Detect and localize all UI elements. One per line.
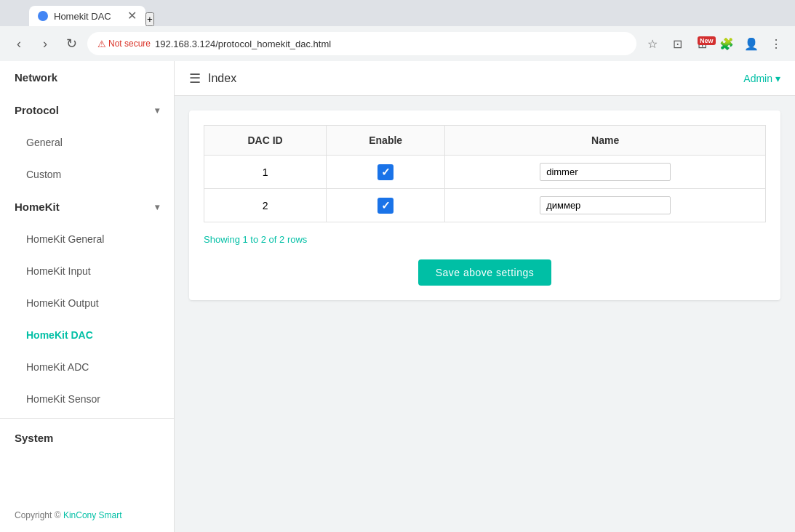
profile-button[interactable]: 👤: [741, 33, 762, 54]
copyright-text: Copyright ©: [15, 510, 63, 520]
name-input-1[interactable]: [540, 163, 671, 181]
sidebar-item-custom[interactable]: Custom: [0, 158, 174, 190]
sidebar-item-homekit-dac[interactable]: HomeKit DAC: [0, 319, 174, 351]
sidebar-item-homekit-input[interactable]: HomeKit Input: [0, 255, 174, 287]
not-secure-indicator: ⚠ Not secure: [97, 39, 151, 49]
active-tab[interactable]: Homekit DAC ✕: [29, 6, 145, 26]
puzzle-button[interactable]: 🧩: [716, 33, 737, 54]
sidebar-label-homekit-adc: HomeKit ADC: [26, 361, 89, 373]
refresh-button[interactable]: ↻: [61, 33, 81, 54]
sidebar: Network Protocol ▾ General Custom HomeKi…: [0, 61, 175, 532]
chevron-down-icon-homekit: ▾: [155, 202, 159, 212]
new-badge: New: [698, 36, 716, 45]
brand-name: KinCony Smart: [63, 510, 122, 520]
enable-cell-1[interactable]: [327, 156, 445, 189]
checkbox-2[interactable]: [377, 198, 393, 214]
dac-id-2: 2: [204, 189, 327, 222]
admin-button[interactable]: Admin ▾: [743, 73, 780, 84]
admin-label: Admin: [743, 73, 772, 84]
col-header-dac-id: DAC ID: [204, 126, 327, 156]
sidebar-item-general[interactable]: General: [0, 126, 174, 158]
tab-favicon: [38, 11, 48, 21]
checkbox-1[interactable]: [377, 164, 393, 180]
sidebar-item-protocol[interactable]: Protocol ▾: [0, 94, 174, 126]
sidebar-label-system: System: [15, 432, 53, 444]
sidebar-label-homekit-output: HomeKit Output: [26, 297, 99, 309]
sidebar-item-homekit-sensor[interactable]: HomeKit Sensor: [0, 383, 174, 415]
main-card: DAC ID Enable Name 1: [189, 110, 780, 300]
sidebar-label-network: Network: [15, 71, 57, 84]
cast-button[interactable]: ⊡: [667, 33, 687, 54]
sidebar-label-homekit-dac: HomeKit DAC: [26, 329, 93, 341]
name-input-2[interactable]: [540, 196, 671, 214]
address-bar: ‹ › ↻ ⚠ Not secure 192.168.3.124/protoco…: [0, 26, 795, 61]
sidebar-item-homekit-adc[interactable]: HomeKit ADC: [0, 351, 174, 383]
sidebar-item-system[interactable]: System: [0, 422, 174, 454]
name-cell-2: [445, 189, 766, 222]
bookmark-button[interactable]: ☆: [642, 33, 663, 54]
new-tab-button[interactable]: +: [145, 12, 154, 26]
not-secure-label: Not secure: [108, 39, 151, 49]
sidebar-item-homekit[interactable]: HomeKit ▾: [0, 190, 174, 223]
forward-button[interactable]: ›: [35, 33, 55, 54]
app-container: Network Protocol ▾ General Custom HomeKi…: [0, 61, 795, 532]
copyright-area: Copyright © KinCony Smart: [0, 499, 174, 532]
sidebar-divider: [0, 418, 174, 419]
col-header-enable: Enable: [327, 126, 445, 156]
tab-bar: Homekit DAC ✕ +: [0, 0, 795, 26]
sidebar-label-general: General: [26, 137, 63, 148]
back-button[interactable]: ‹: [9, 33, 29, 54]
main-header-left: ☰ Index: [189, 70, 236, 86]
main-header: ☰ Index Admin ▾: [175, 61, 795, 96]
extensions-wrap: ⊞ New: [692, 33, 712, 54]
save-button[interactable]: Save above settings: [418, 259, 552, 286]
showing-text: Showing 1 to 2 of 2 rows: [204, 234, 766, 245]
address-input[interactable]: ⚠ Not secure 192.168.3.124/protocol_home…: [87, 32, 636, 55]
sidebar-label-homekit: HomeKit: [15, 201, 60, 213]
admin-chevron-icon: ▾: [775, 73, 780, 84]
content-area: DAC ID Enable Name 1: [175, 96, 795, 315]
tab-title: Homekit DAC: [54, 11, 111, 22]
enable-cell-2[interactable]: [327, 189, 445, 222]
sidebar-item-network[interactable]: Network: [0, 61, 174, 94]
sidebar-label-homekit-general: HomeKit General: [26, 233, 104, 245]
sidebar-label-homekit-input: HomeKit Input: [26, 265, 91, 277]
toolbar-right: ☆ ⊡ ⊞ New 🧩 👤 ⋮: [642, 33, 786, 54]
dac-id-1: 1: [204, 156, 327, 189]
url-display: 192.168.3.124/protocol_homekit_dac.html: [155, 39, 331, 49]
sidebar-item-homekit-output[interactable]: HomeKit Output: [0, 287, 174, 319]
sidebar-label-protocol: Protocol: [15, 104, 59, 116]
col-header-name: Name: [445, 126, 766, 156]
page-title: Index: [208, 72, 236, 85]
chevron-down-icon: ▾: [155, 105, 159, 116]
menu-button[interactable]: ⋮: [766, 33, 786, 54]
browser-chrome: Homekit DAC ✕ + ‹ › ↻ ⚠ Not secure 192.1…: [0, 0, 795, 61]
main-content: ☰ Index Admin ▾ DAC ID Enable Name: [175, 61, 795, 532]
sidebar-item-homekit-general[interactable]: HomeKit General: [0, 223, 174, 255]
hamburger-icon[interactable]: ☰: [189, 70, 201, 86]
table-row: 1: [204, 156, 766, 189]
tab-close-button[interactable]: ✕: [127, 10, 137, 22]
name-cell-1: [445, 156, 766, 189]
warning-icon: ⚠: [97, 39, 106, 49]
table-row: 2: [204, 189, 766, 222]
sidebar-label-homekit-sensor: HomeKit Sensor: [26, 393, 100, 405]
sidebar-label-custom: Custom: [26, 169, 61, 180]
dac-table: DAC ID Enable Name 1: [204, 125, 766, 222]
